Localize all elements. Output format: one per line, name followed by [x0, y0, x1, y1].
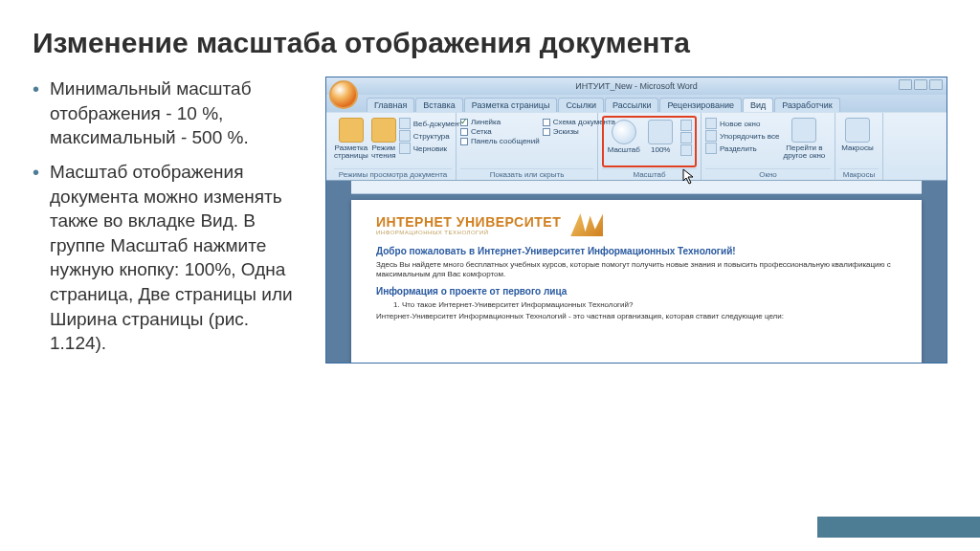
split-button[interactable]: Разделить — [705, 143, 779, 154]
ribbon-tabs: Главная Вставка Разметка страницы Ссылки… — [326, 95, 947, 112]
split-icon — [705, 143, 717, 154]
maximize-button[interactable] — [914, 79, 927, 90]
document-area[interactable]: ИНТЕРНЕТ УНИВЕРСИТЕТ ИНФОРМАЦИОННЫХ ТЕХН… — [326, 181, 947, 363]
ribbon: Разметка страницы Режим чтения Веб-докум… — [326, 112, 947, 181]
page-width-icon[interactable] — [680, 144, 692, 156]
ruler[interactable] — [351, 181, 922, 194]
zoom-highlight: Масштаб 100% — [602, 116, 697, 167]
group-window: Новое окно Упорядочить все Разделить Пер… — [702, 113, 835, 180]
tab-review[interactable]: Рецензирование — [659, 98, 742, 112]
screenshot: ИНТУИТ_New - Microsoft Word Главная Вста… — [325, 77, 947, 365]
page-100-icon — [648, 120, 673, 144]
tab-references[interactable]: Ссылки — [558, 98, 604, 112]
zoom-100-button[interactable]: 100% — [644, 120, 679, 154]
word-window: ИНТУИТ_New - Microsoft Word Главная Вста… — [325, 77, 947, 364]
bullet-item: Масштаб отображения документа можно изме… — [33, 160, 308, 356]
one-page-icon[interactable] — [680, 120, 692, 131]
arrange-icon — [705, 130, 717, 142]
tab-layout[interactable]: Разметка страницы — [464, 98, 558, 112]
two-pages-icon[interactable] — [680, 132, 692, 143]
magnifier-icon — [612, 120, 636, 144]
tab-mailings[interactable]: Рассылки — [605, 98, 658, 112]
tab-home[interactable]: Главная — [367, 98, 414, 112]
doc-paragraph: Интернет-Университет Информационных Техн… — [376, 312, 897, 321]
doc-list-item: 1. Что такое Интернет-Университет Информ… — [376, 300, 897, 309]
tab-view[interactable]: Вид — [743, 98, 773, 112]
slide-title: Изменение масштаба отображения документа — [33, 27, 947, 59]
draft-icon — [399, 143, 411, 154]
switch-windows-button[interactable]: Перейти в другое окно — [782, 118, 826, 161]
group-zoom: Масштаб 100% Мас — [598, 113, 702, 180]
new-window-button[interactable]: Новое окно — [705, 118, 779, 129]
checkbox-icon — [543, 119, 550, 126]
tab-developer[interactable]: Разработчик — [774, 98, 839, 112]
checkbox-icon — [460, 138, 468, 145]
accent-bar — [817, 517, 980, 538]
arrange-all-button[interactable]: Упорядочить все — [705, 130, 779, 142]
web-icon — [399, 118, 411, 129]
group-views: Разметка страницы Режим чтения Веб-докум… — [330, 113, 457, 180]
group-label: Показать или скрыть — [460, 168, 593, 180]
macros-icon — [845, 118, 870, 143]
group-label: Окно — [705, 168, 831, 180]
title-bar: ИНТУИТ_New - Microsoft Word — [326, 77, 947, 95]
ruler-checkbox[interactable]: Линейка — [460, 118, 540, 126]
tab-insert[interactable]: Вставка — [415, 98, 462, 112]
print-layout-icon — [339, 118, 364, 143]
brand-logo-icon — [570, 213, 603, 236]
office-button[interactable] — [329, 80, 358, 109]
doc-paragraph: Здесь Вы найдете много бесплатных учебны… — [376, 260, 897, 280]
macros-button[interactable]: Макросы — [839, 118, 876, 152]
checkbox-icon — [460, 119, 468, 126]
message-bar-checkbox[interactable]: Панель сообщений — [460, 137, 540, 145]
draft-button[interactable]: Черновик — [399, 143, 463, 154]
group-macros: Макросы Макросы — [835, 113, 883, 180]
bullet-list: Минимальный масштаб отображения - 10 %, … — [33, 77, 308, 365]
doc-heading: Добро пожаловать в Интернет-Университет … — [376, 246, 897, 256]
zoom-button[interactable]: Масштаб — [607, 120, 641, 154]
print-layout-button[interactable]: Разметка страницы — [334, 118, 368, 161]
gridlines-checkbox[interactable]: Сетка — [460, 127, 540, 136]
doc-brand: ИНТЕРНЕТ УНИВЕРСИТЕТ ИНФОРМАЦИОННЫХ ТЕХН… — [376, 213, 897, 236]
new-window-icon — [705, 118, 717, 129]
group-label: Режимы просмотра документа — [334, 168, 452, 180]
slide-content: Минимальный масштаб отображения - 10 %, … — [33, 77, 947, 365]
cursor-icon — [682, 168, 696, 186]
window-controls — [899, 79, 943, 90]
doc-heading: Информация о проекте от первого лица — [376, 286, 897, 297]
slide: Изменение масштаба отображения документа… — [0, 0, 980, 551]
window-title: ИНТУИТ_New - Microsoft Word — [575, 81, 698, 91]
page[interactable]: ИНТЕРНЕТ УНИВЕРСИТЕТ ИНФОРМАЦИОННЫХ ТЕХН… — [351, 200, 922, 363]
reading-mode-button[interactable]: Режим чтения — [371, 118, 396, 161]
group-show: Линейка Сетка Панель сообщений Схема док… — [457, 113, 598, 180]
switch-windows-icon — [791, 118, 816, 143]
checkbox-icon — [460, 128, 468, 136]
outline-button[interactable]: Структура — [399, 130, 463, 142]
close-button[interactable] — [929, 79, 943, 90]
group-label: Макросы — [839, 168, 879, 180]
outline-icon — [399, 130, 411, 142]
bullet-item: Минимальный масштаб отображения - 10 %, … — [33, 77, 308, 150]
checkbox-icon — [543, 128, 550, 136]
web-layout-button[interactable]: Веб-документ — [399, 118, 463, 129]
brand-text: ИНТЕРНЕТ УНИВЕРСИТЕТ — [376, 214, 561, 230]
minimize-button[interactable] — [899, 79, 912, 90]
reading-mode-icon — [371, 118, 396, 143]
brand-subtext: ИНФОРМАЦИОННЫХ ТЕХНОЛОГИЙ — [376, 230, 561, 235]
